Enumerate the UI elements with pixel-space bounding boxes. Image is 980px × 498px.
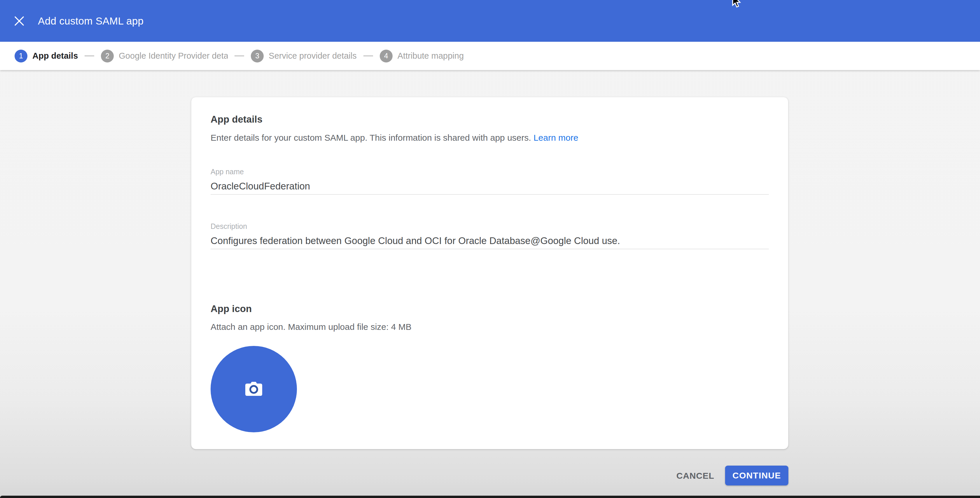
step-connector xyxy=(84,56,94,56)
step-service-provider-details: 3 Service provider details xyxy=(251,49,356,62)
window-bottom-edge xyxy=(0,496,980,498)
description-underline xyxy=(211,249,769,249)
app-details-card: App details Enter details for your custo… xyxy=(191,97,788,449)
camera-icon xyxy=(245,381,263,397)
close-icon[interactable] xyxy=(10,12,29,30)
app-icon-upload-button[interactable] xyxy=(211,346,297,432)
description-label: Description xyxy=(211,222,247,231)
step-4-label: Attribute mapping xyxy=(398,51,464,61)
step-app-details: 1 App details xyxy=(14,49,78,62)
learn-more-link[interactable]: Learn more xyxy=(533,133,578,142)
app-name-input[interactable]: OracleCloudFederation xyxy=(211,181,769,192)
app-icon-section-title: App icon xyxy=(211,303,252,314)
step-google-idp-details: 2 Google Identity Provider details xyxy=(101,49,228,62)
step-connector xyxy=(363,56,373,56)
step-3-label: Service provider details xyxy=(269,51,356,61)
cancel-button[interactable]: CANCEL xyxy=(673,469,718,483)
app-icon-hint: Attach an app icon. Maximum upload file … xyxy=(211,322,412,332)
card-section-title: App details xyxy=(211,114,262,125)
dialog-title: Add custom SAML app xyxy=(38,15,143,27)
step-3-badge: 3 xyxy=(251,49,264,62)
step-4-badge: 4 xyxy=(380,49,393,62)
wizard-stepper: 1 App details 2 Google Identity Provider… xyxy=(0,42,980,70)
app-name-underline xyxy=(211,194,769,195)
step-1-badge: 1 xyxy=(14,49,27,62)
card-intro-text: Enter details for your custom SAML app. … xyxy=(211,133,578,143)
app-name-label: App name xyxy=(211,168,244,176)
description-input[interactable]: Configures federation between Google Clo… xyxy=(211,235,769,246)
step-2-badge: 2 xyxy=(101,49,114,62)
step-2-label: Google Identity Provider details xyxy=(119,51,228,61)
dialog-header: Add custom SAML app xyxy=(0,0,980,42)
step-1-label: App details xyxy=(32,51,78,61)
continue-button[interactable]: CONTINUE xyxy=(725,466,788,485)
intro-text: Enter details for your custom SAML app. … xyxy=(211,133,533,142)
step-attribute-mapping: 4 Attribute mapping xyxy=(380,49,464,62)
step-connector xyxy=(234,56,244,56)
